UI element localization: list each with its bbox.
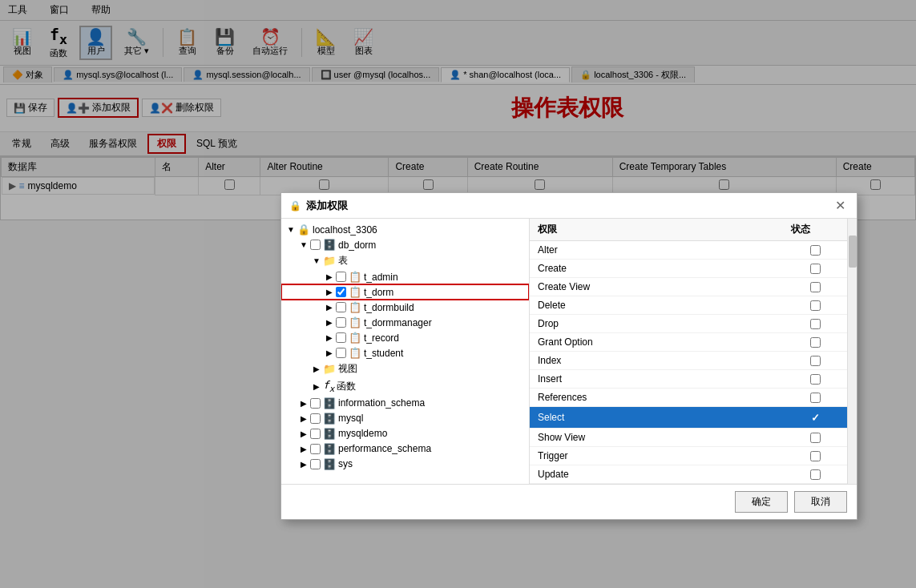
modal-body: ▼ 🔒 localhost_3306 ▼ 🗄️ db_dorm ▼ 📁 表 xyxy=(281,219,857,220)
modal-overlay: 🔒 添加权限 ✕ ▼ 🔒 localhost_3306 ▼ 🗄️ db_dorm xyxy=(0,0,916,220)
rights-panel: 权限 状态 Alter Create Create View xyxy=(530,219,857,220)
add-privilege-modal: 🔒 添加权限 ✕ ▼ 🔒 localhost_3306 ▼ 🗄️ db_dorm xyxy=(280,192,857,220)
rights-scrollbar[interactable] xyxy=(847,219,857,220)
modal-title-bar: 🔒 添加权限 ✕ xyxy=(281,193,857,219)
modal-close-button[interactable]: ✕ xyxy=(832,198,849,213)
rights-list: 权限 状态 Alter Create Create View xyxy=(530,219,847,220)
tree-panel: ▼ 🔒 localhost_3306 ▼ 🗄️ db_dorm ▼ 📁 表 xyxy=(281,219,530,220)
modal-title: 添加权限 xyxy=(306,199,832,213)
modal-title-icon: 🔒 xyxy=(289,200,301,211)
rights-col-status: 状态 xyxy=(783,219,847,220)
rights-header: 权限 状态 xyxy=(530,219,847,220)
rights-col-name: 权限 xyxy=(530,219,783,220)
